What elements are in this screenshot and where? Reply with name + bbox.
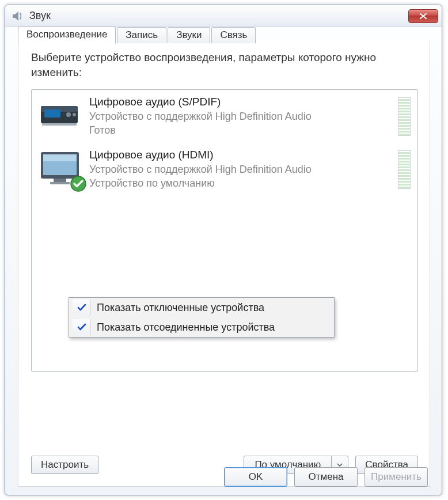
tab-panel: Выберите устройство воспроизведения, пар…	[18, 41, 430, 487]
hdmi-monitor-icon	[37, 149, 85, 190]
device-description: Устройство с поддержкой High Definition …	[89, 162, 393, 176]
device-name: Цифровое аудио (S/PDIF)	[89, 96, 393, 108]
device-status: Устройство по умолчанию	[89, 176, 393, 190]
device-row[interactable]: Цифровое аудио (S/PDIF) Устройство с под…	[32, 90, 417, 143]
window-title: Звук	[29, 10, 408, 22]
configure-button[interactable]: Настроить	[31, 456, 98, 474]
tab-strip: Воспроизведение Запись Звуки Связь	[18, 27, 430, 43]
default-checkmark-icon	[70, 175, 87, 192]
svg-point-3	[66, 112, 71, 117]
device-list[interactable]: Цифровое аудио (S/PDIF) Устройство с под…	[31, 89, 418, 372]
instruction-text: Выберите устройство воспроизведения, пар…	[31, 50, 418, 80]
level-meter	[398, 97, 411, 136]
sound-app-icon	[10, 9, 25, 24]
svg-rect-2	[44, 109, 60, 118]
check-icon	[73, 300, 91, 316]
check-icon	[73, 319, 91, 335]
svg-rect-10	[50, 182, 70, 184]
tab-sounds[interactable]: Звуки	[168, 27, 210, 43]
context-menu: Показать отключенные устройства Показать…	[69, 297, 335, 338]
close-icon	[419, 13, 428, 20]
tab-communications[interactable]: Связь	[211, 27, 256, 43]
apply-button[interactable]: Применить	[365, 467, 428, 487]
cancel-button[interactable]: Отмена	[294, 467, 358, 487]
titlebar: Звук	[5, 5, 442, 27]
dialog-button-row: OK Отмена Применить	[224, 467, 428, 487]
menu-item-show-disconnected[interactable]: Показать отсоединенные устройства	[69, 317, 334, 337]
svg-point-4	[73, 113, 76, 116]
level-meter	[398, 150, 411, 189]
tab-playback[interactable]: Воспроизведение	[18, 26, 116, 44]
svg-rect-9	[54, 179, 66, 182]
svg-rect-5	[42, 123, 77, 126]
device-row[interactable]: Цифровое аудио (HDMI) Устройство с подде…	[32, 143, 417, 196]
device-status: Готов	[89, 123, 393, 137]
sound-dialog: Звук Воспроизведение Запись Звуки Связь …	[5, 5, 442, 495]
ok-button[interactable]: OK	[224, 467, 287, 487]
close-button[interactable]	[408, 9, 438, 23]
device-name: Цифровое аудио (HDMI)	[89, 149, 393, 161]
tab-recording[interactable]: Запись	[117, 27, 166, 43]
menu-item-label: Показать отсоединенные устройства	[97, 321, 275, 334]
menu-item-show-disabled[interactable]: Показать отключенные устройства	[69, 298, 334, 317]
device-description: Устройство с поддержкой High Definition …	[89, 109, 393, 123]
device-info: Цифровое аудио (S/PDIF) Устройство с под…	[85, 96, 393, 137]
svg-rect-8	[43, 154, 77, 161]
menu-item-label: Показать отключенные устройства	[97, 302, 264, 314]
device-info: Цифровое аудио (HDMI) Устройство с подде…	[85, 149, 393, 190]
spdif-receiver-icon	[37, 96, 85, 137]
